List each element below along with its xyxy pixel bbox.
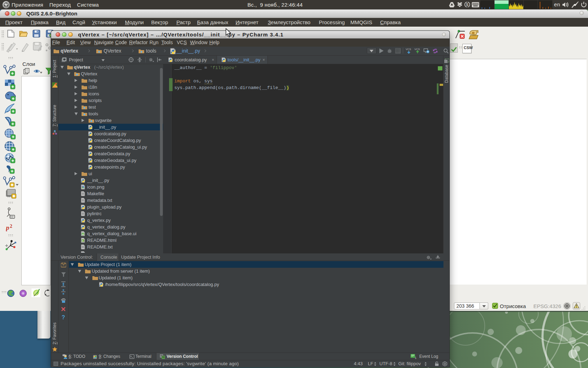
svg-text:2: 2 [10,224,12,229]
svg-text:1: 1 [415,356,416,359]
svg-text:p: p [6,224,9,231]
svg-text:ot: ot [82,233,84,235]
svg-text:h: h [82,240,84,242]
svg-text:S: S [466,3,469,7]
svg-text:VCS: VCS [414,48,420,51]
svg-text:VCS: VCS [406,48,411,51]
